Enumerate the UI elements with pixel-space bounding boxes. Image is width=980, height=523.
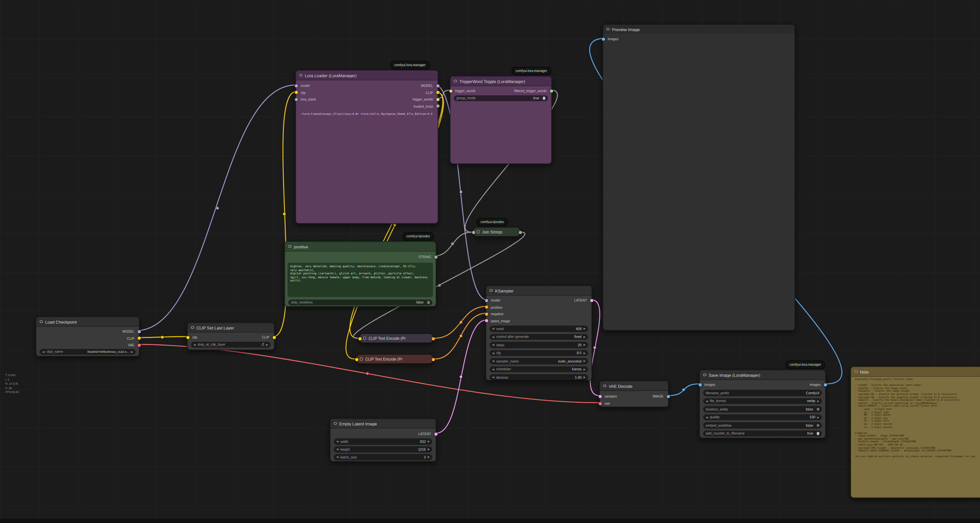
toggle-dot-icon[interactable]	[427, 301, 430, 304]
node-header[interactable]: TriggerWord Toggle (LoraManager)	[450, 76, 551, 86]
widget-add-counter-to-filename[interactable]: add_counter_to_filename true	[703, 430, 822, 436]
increment-arrow-icon[interactable]: ▶	[131, 349, 133, 355]
widget-steps[interactable]: ◀ steps 20 ▶	[490, 342, 588, 348]
output-pin-loaded-loras[interactable]	[436, 105, 439, 108]
widget-lossless-webp[interactable]: lossless_webp false	[703, 406, 822, 412]
decrement-arrow-icon[interactable]: ◀	[706, 414, 708, 420]
node-header[interactable]: positive	[285, 242, 436, 252]
prompt-textarea[interactable]: highres, very detailed, amazing quality,…	[288, 263, 433, 297]
increment-arrow-icon[interactable]: ▶	[584, 325, 585, 332]
node-empty-latent-image[interactable]: Empty Latent Image LATENT ◀ width 832 ▶ …	[330, 418, 436, 462]
widget-batch-size[interactable]: ◀ batch_size 3 ▶	[334, 454, 433, 460]
widget-denoise[interactable]: ◀ denoise 1.00 ▶	[490, 374, 588, 380]
toggle-dot-icon[interactable]	[542, 97, 545, 100]
input-pin-clip[interactable]	[294, 91, 298, 94]
node-status-dot[interactable]	[477, 231, 479, 233]
node-header[interactable]: Lora Loader (LoraManager)	[296, 71, 438, 81]
output-pin-collapsed[interactable]	[431, 358, 435, 361]
node-note[interactable]: Note Available filename_prefix Pattern C…	[851, 366, 980, 498]
node-header[interactable]: VAE Decode	[600, 381, 668, 391]
node-status-dot[interactable]	[360, 358, 363, 361]
node-ksampler[interactable]: KSampler model positive negative latent_…	[485, 285, 592, 381]
lora-selection-text[interactable]: <lora:CreateConcept_Illustrious:0.8> <lo…	[301, 112, 433, 116]
output-pin-collapsed[interactable]	[431, 337, 435, 341]
decrement-arrow-icon[interactable]: ◀	[492, 374, 494, 380]
node-header[interactable]: KSampler	[486, 286, 592, 296]
output-pin-images[interactable]	[824, 383, 827, 386]
increment-arrow-icon[interactable]: ▶	[584, 334, 585, 340]
output-pin-model[interactable]	[436, 84, 439, 87]
widget-cfg[interactable]: ◀ cfg 8.0 ▶	[490, 350, 588, 356]
node-status-dot[interactable]	[454, 80, 457, 83]
node-status-dot[interactable]	[334, 422, 337, 425]
node-clip-set-last-layer[interactable]: CLIP Set Last Layer clip CLIP ◀ stop_at_…	[187, 322, 275, 350]
decrement-arrow-icon[interactable]: ◀	[492, 358, 494, 364]
increment-arrow-icon[interactable]: ▶	[428, 438, 430, 445]
output-pin-latent[interactable]	[434, 432, 437, 436]
decrement-arrow-icon[interactable]: ◀	[706, 398, 708, 404]
decrement-arrow-icon[interactable]: ◀	[336, 454, 338, 460]
input-pin-latent-image[interactable]	[485, 319, 488, 322]
widget-embed-workflow[interactable]: embed_workflow false	[703, 422, 822, 428]
decrement-arrow-icon[interactable]: ◀	[42, 349, 44, 355]
output-pin-vae[interactable]	[137, 343, 140, 347]
node-status-dot[interactable]	[703, 374, 706, 376]
node-load-checkpoint[interactable]: Load Checkpoint MODEL CLIP VAE ◀ ckpt_na…	[36, 317, 140, 357]
widget-control-after-generate[interactable]: ◀ control after generate fixed ▶	[490, 334, 588, 340]
input-pin-positive[interactable]	[485, 306, 488, 309]
node-join-strings[interactable]: Join Strings	[473, 227, 521, 237]
node-header[interactable]: Empty Latent Image	[331, 419, 436, 429]
node-header[interactable]: Preview Image	[603, 25, 795, 34]
node-header[interactable]: Note	[851, 367, 980, 377]
note-body-text[interactable]: Available filename_prefix Pattern Codes …	[855, 378, 978, 494]
increment-arrow-icon[interactable]: ▶	[818, 414, 819, 420]
output-pin-filtered-trigger-words[interactable]	[550, 89, 553, 92]
input-pin-vae[interactable]	[598, 402, 601, 405]
node-positive-prompt[interactable]: positive STRING highres, very detailed, …	[284, 241, 436, 307]
node-preview-image[interactable]: Preview Image images	[603, 24, 795, 331]
node-status-dot[interactable]	[854, 370, 857, 373]
node-triggerword-toggle[interactable]: TriggerWord Toggle (LoraManager) trigger…	[450, 76, 552, 164]
input-pin-clip[interactable]	[186, 336, 189, 339]
decrement-arrow-icon[interactable]: ◀	[492, 342, 494, 348]
widget-sampler-name[interactable]: ◀ sampler_name euler_ancestral ▶	[490, 358, 588, 364]
node-header[interactable]: CLIP Set Last Layer	[188, 323, 274, 333]
toggle-dot-icon[interactable]	[816, 432, 819, 435]
node-clip-text-encode-positive[interactable]: CLIP Text Encode (Pr	[359, 333, 434, 343]
node-clip-text-encode-negative[interactable]: CLIP Text Encode (Pr	[356, 354, 434, 364]
widget-ckpt-name[interactable]: ◀ ckpt_name ilwaiNSFWIllustrious_v110.s.…	[40, 349, 136, 355]
input-pin-collapsed[interactable]	[355, 358, 358, 361]
increment-arrow-icon[interactable]: ▶	[584, 358, 585, 364]
output-pin-latent[interactable]	[590, 299, 593, 302]
node-status-dot[interactable]	[299, 74, 302, 77]
increment-arrow-icon[interactable]: ▶	[818, 398, 819, 404]
node-header[interactable]: Join Strings	[473, 228, 520, 236]
output-pin-collapsed[interactable]	[519, 231, 522, 234]
decrement-arrow-icon[interactable]: ◀	[194, 341, 196, 347]
widget-group-mode[interactable]: group_mode true	[454, 95, 548, 101]
increment-arrow-icon[interactable]: ▶	[428, 454, 430, 460]
node-status-dot[interactable]	[40, 320, 43, 323]
output-pin-clip[interactable]	[137, 336, 140, 340]
output-pin-clip[interactable]	[272, 336, 275, 339]
widget-width[interactable]: ◀ width 832 ▶	[334, 438, 433, 445]
node-header[interactable]: Load Checkpoint	[37, 317, 139, 327]
input-pin-collapsed[interactable]	[358, 337, 361, 341]
node-lora-loader[interactable]: Lora Loader (LoraManager) model clip lor…	[295, 70, 438, 224]
input-pin-trigger-words[interactable]	[449, 89, 452, 92]
node-status-dot[interactable]	[363, 337, 366, 340]
widget-scheduler[interactable]: ◀ scheduler karras ▶	[490, 366, 588, 372]
toggle-dot-icon[interactable]	[816, 424, 819, 427]
widget-quality[interactable]: ◀ quality 100 ▶	[703, 414, 822, 420]
node-header[interactable]: CLIP Text Encode (Pr	[356, 355, 433, 363]
increment-arrow-icon[interactable]: ▶	[266, 341, 268, 347]
output-pin-model[interactable]	[137, 330, 140, 333]
input-pin-model[interactable]	[485, 299, 488, 302]
comfyui-graph-canvas[interactable]: Preview Image images comfyui-lora-manage…	[0, 0, 980, 523]
increment-arrow-icon[interactable]: ▶	[584, 342, 585, 348]
increment-arrow-icon[interactable]: ▶	[584, 350, 585, 356]
node-header[interactable]: CLIP Text Encode (Pr	[360, 334, 433, 342]
output-pin-trigger-words[interactable]	[436, 98, 439, 101]
node-status-dot[interactable]	[191, 326, 194, 329]
decrement-arrow-icon[interactable]: ◀	[336, 438, 338, 445]
